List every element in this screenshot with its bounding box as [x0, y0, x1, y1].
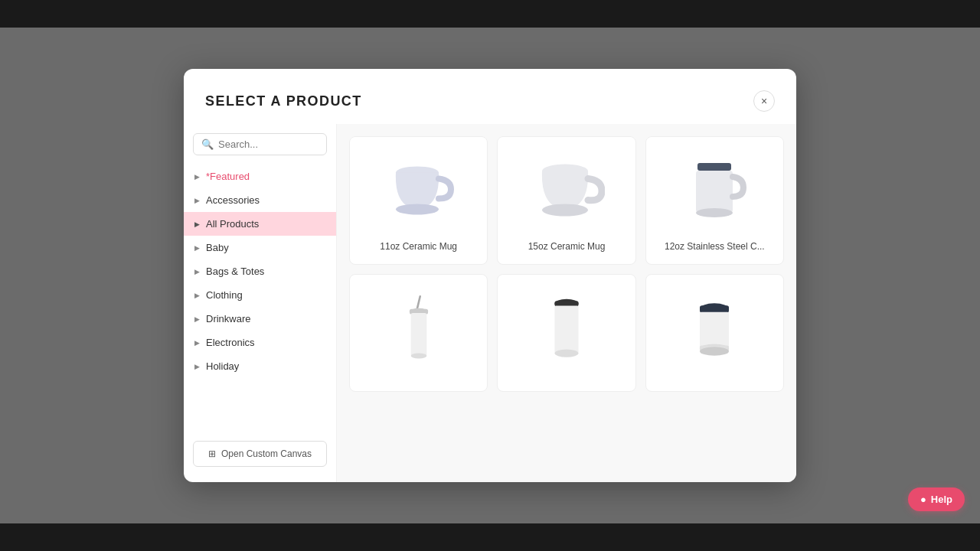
search-box: 🔍 [193, 133, 327, 155]
modal-title: SELECT A PRODUCT [205, 93, 362, 109]
help-label: Help [931, 494, 952, 505]
product-grid-wrapper: 11oz Ceramic Mug 15oz Ceramic Mug [337, 124, 796, 482]
product-name: 11oz Ceramic Mug [380, 241, 457, 252]
svg-rect-5 [696, 171, 733, 213]
product-image [672, 287, 756, 371]
chevron-right-icon: ▶ [194, 173, 200, 181]
product-select-modal: SELECT A PRODUCT × 🔍 ▶ *Featured ▶ [184, 69, 796, 482]
sidebar-item-drinkware[interactable]: ▶ Drinkware [184, 307, 336, 331]
product-card-11oz-mug[interactable]: 11oz Ceramic Mug [349, 136, 488, 265]
sidebar-item-label: *Featured [206, 171, 250, 182]
help-button[interactable]: ● Help [908, 487, 965, 511]
svg-point-21 [700, 347, 729, 355]
chevron-right-icon: ▶ [194, 220, 200, 228]
chevron-right-icon: ▶ [194, 363, 200, 370]
sidebar-item-featured[interactable]: ▶ *Featured [184, 165, 336, 188]
sidebar-item-bags-totes[interactable]: ▶ Bags & Totes [184, 259, 336, 283]
product-name: 15oz Ceramic Mug [528, 241, 606, 252]
product-grid: 11oz Ceramic Mug 15oz Ceramic Mug [349, 136, 784, 392]
sidebar-item-label: Accessories [206, 194, 260, 206]
product-image [377, 287, 461, 371]
modal-body: 🔍 ▶ *Featured ▶ Accessories ▶ Al [184, 124, 796, 482]
svg-rect-17 [700, 305, 729, 313]
product-card-12oz-steel[interactable]: 12oz Stainless Steel C... [645, 136, 784, 265]
search-input[interactable] [218, 139, 318, 150]
product-card-skinny-tumbler[interactable] [349, 274, 488, 392]
product-card-15oz-mug[interactable]: 15oz Ceramic Mug [497, 136, 635, 265]
sidebar-item-label: Clothing [206, 289, 243, 301]
custom-canvas-label: Open Custom Canvas [221, 448, 312, 459]
sidebar-item-electronics[interactable]: ▶ Electronics [184, 331, 336, 354]
help-icon: ● [920, 494, 926, 505]
svg-rect-13 [554, 301, 578, 306]
sidebar-item-accessories[interactable]: ▶ Accessories [184, 188, 336, 212]
canvas-icon: ⊞ [208, 448, 216, 459]
product-image [377, 149, 461, 233]
search-icon: 🔍 [201, 139, 214, 150]
chevron-right-icon: ▶ [194, 244, 200, 252]
svg-point-6 [696, 208, 733, 217]
chevron-right-icon: ▶ [194, 339, 200, 347]
chevron-right-icon: ▶ [194, 268, 200, 276]
svg-point-15 [554, 349, 578, 357]
sidebar-item-label: All Products [206, 218, 259, 230]
sidebar-item-label: Drinkware [206, 313, 251, 324]
sidebar-item-label: Bags & Totes [206, 266, 264, 277]
sidebar-item-label: Baby [206, 242, 229, 253]
close-button[interactable]: × [753, 90, 775, 112]
sidebar-item-label: Holiday [206, 360, 239, 372]
modal-header: SELECT A PRODUCT × [184, 69, 796, 124]
chevron-right-icon: ▶ [194, 315, 200, 323]
chevron-right-icon: ▶ [194, 292, 200, 299]
svg-rect-14 [554, 305, 578, 353]
open-custom-canvas-button[interactable]: ⊞ Open Custom Canvas [193, 441, 327, 467]
sidebar-item-all-products[interactable]: ▶ All Products [184, 212, 336, 236]
sidebar-item-clothing[interactable]: ▶ Clothing [184, 283, 336, 307]
svg-rect-4 [697, 163, 731, 171]
sidebar-item-holiday[interactable]: ▶ Holiday [184, 354, 336, 378]
svg-rect-10 [410, 312, 426, 355]
sidebar-item-baby[interactable]: ▶ Baby [184, 236, 336, 259]
svg-point-1 [396, 204, 439, 214]
chevron-right-icon: ▶ [194, 197, 200, 204]
sidebar-item-label: Electronics [206, 337, 255, 348]
product-image [672, 149, 756, 233]
product-card-can-cooler-tall[interactable] [497, 274, 635, 392]
product-image [524, 287, 609, 371]
svg-point-3 [542, 204, 588, 216]
svg-rect-18 [700, 311, 729, 348]
svg-point-11 [410, 353, 426, 358]
search-wrapper: 🔍 [184, 130, 336, 165]
product-image [524, 149, 609, 233]
product-name: 12oz Stainless Steel C... [665, 241, 765, 252]
sidebar: 🔍 ▶ *Featured ▶ Accessories ▶ Al [184, 124, 337, 482]
sidebar-items: ▶ *Featured ▶ Accessories ▶ All Products… [184, 165, 336, 435]
product-card-can-cooler-short[interactable] [645, 274, 784, 392]
